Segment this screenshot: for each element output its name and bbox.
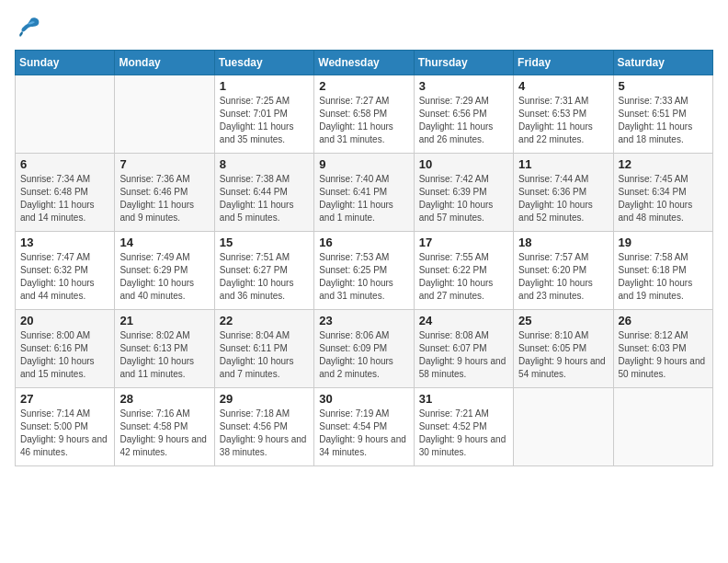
cell-sun-info: Sunrise: 7:51 AM Sunset: 6:27 PM Dayligh… [220,251,309,303]
day-number: 24 [419,314,508,327]
day-number: 7 [119,157,209,171]
cell-sun-info: Sunrise: 7:40 AM Sunset: 6:41 PM Dayligh… [319,173,408,224]
calendar-cell: 14Sunrise: 7:49 AM Sunset: 6:29 PM Dayli… [115,232,214,310]
calendar-cell: 10Sunrise: 7:42 AM Sunset: 6:39 PM Dayli… [414,154,513,232]
cell-sun-info: Sunrise: 7:18 AM Sunset: 4:56 PM Dayligh… [220,408,309,459]
calendar-week-row: 1Sunrise: 7:25 AM Sunset: 7:01 PM Daylig… [16,75,713,154]
logo [15,15,46,40]
day-number: 14 [119,236,209,249]
calendar-cell: 11Sunrise: 7:44 AM Sunset: 6:36 PM Dayli… [514,154,613,232]
calendar-cell: 19Sunrise: 7:58 AM Sunset: 6:18 PM Dayli… [613,232,712,310]
cell-sun-info: Sunrise: 7:44 AM Sunset: 6:36 PM Dayligh… [518,173,608,224]
calendar-cell: 12Sunrise: 7:45 AM Sunset: 6:34 PM Dayli… [613,154,712,232]
day-number: 6 [20,157,109,171]
cell-sun-info: Sunrise: 7:25 AM Sunset: 7:01 PM Dayligh… [220,95,309,146]
calendar-cell: 9Sunrise: 7:40 AM Sunset: 6:41 PM Daylig… [314,154,414,232]
cell-sun-info: Sunrise: 8:04 AM Sunset: 6:11 PM Dayligh… [220,329,309,381]
calendar-cell: 2Sunrise: 7:27 AM Sunset: 6:58 PM Daylig… [314,75,414,154]
calendar-cell: 13Sunrise: 7:47 AM Sunset: 6:32 PM Dayli… [16,232,115,310]
calendar-cell: 31Sunrise: 7:21 AM Sunset: 4:52 PM Dayli… [414,388,513,466]
cell-sun-info: Sunrise: 8:06 AM Sunset: 6:09 PM Dayligh… [319,329,408,381]
day-number: 8 [220,157,309,171]
cell-sun-info: Sunrise: 7:38 AM Sunset: 6:44 PM Dayligh… [220,173,309,224]
cell-sun-info: Sunrise: 7:49 AM Sunset: 6:29 PM Dayligh… [119,251,209,303]
day-number: 27 [20,392,109,406]
column-header-monday: Monday [115,51,214,75]
cell-sun-info: Sunrise: 7:55 AM Sunset: 6:22 PM Dayligh… [419,251,508,303]
calendar-week-row: 20Sunrise: 8:00 AM Sunset: 6:16 PM Dayli… [16,310,713,388]
calendar-cell: 18Sunrise: 7:57 AM Sunset: 6:20 PM Dayli… [514,232,613,310]
cell-sun-info: Sunrise: 8:12 AM Sunset: 6:03 PM Dayligh… [619,329,708,381]
cell-sun-info: Sunrise: 7:58 AM Sunset: 6:18 PM Dayligh… [619,251,708,303]
cell-sun-info: Sunrise: 7:42 AM Sunset: 6:39 PM Dayligh… [419,173,508,224]
calendar-cell: 3Sunrise: 7:29 AM Sunset: 6:56 PM Daylig… [414,75,513,154]
day-number: 20 [20,314,109,327]
calendar-body: 1Sunrise: 7:25 AM Sunset: 7:01 PM Daylig… [16,75,713,466]
day-number: 23 [319,314,408,327]
day-number: 16 [319,236,408,249]
calendar-cell: 7Sunrise: 7:36 AM Sunset: 6:46 PM Daylig… [115,154,214,232]
cell-sun-info: Sunrise: 7:57 AM Sunset: 6:20 PM Dayligh… [518,251,608,303]
day-number: 25 [518,314,608,327]
cell-sun-info: Sunrise: 8:00 AM Sunset: 6:16 PM Dayligh… [20,329,109,381]
calendar-header-row: SundayMondayTuesdayWednesdayThursdayFrid… [16,51,713,75]
day-number: 21 [119,314,209,327]
calendar-week-row: 13Sunrise: 7:47 AM Sunset: 6:32 PM Dayli… [16,232,713,310]
cell-sun-info: Sunrise: 8:08 AM Sunset: 6:07 PM Dayligh… [419,329,508,381]
cell-sun-info: Sunrise: 7:45 AM Sunset: 6:34 PM Dayligh… [619,173,708,224]
calendar-cell: 4Sunrise: 7:31 AM Sunset: 6:53 PM Daylig… [514,75,613,154]
day-number: 22 [220,314,309,327]
calendar-week-row: 27Sunrise: 7:14 AM Sunset: 5:00 PM Dayli… [16,388,713,466]
calendar-cell: 22Sunrise: 8:04 AM Sunset: 6:11 PM Dayli… [214,310,313,388]
day-number: 10 [419,157,508,171]
calendar-week-row: 6Sunrise: 7:34 AM Sunset: 6:48 PM Daylig… [16,154,713,232]
day-number: 2 [319,79,408,93]
column-header-wednesday: Wednesday [314,51,414,75]
calendar-cell: 5Sunrise: 7:33 AM Sunset: 6:51 PM Daylig… [613,75,712,154]
day-number: 17 [419,236,508,249]
day-number: 9 [319,157,408,171]
cell-sun-info: Sunrise: 7:29 AM Sunset: 6:56 PM Dayligh… [419,95,508,146]
cell-sun-info: Sunrise: 7:31 AM Sunset: 6:53 PM Dayligh… [518,95,608,146]
calendar-cell: 25Sunrise: 8:10 AM Sunset: 6:05 PM Dayli… [514,310,613,388]
day-number: 31 [419,392,508,406]
calendar-cell [613,388,712,466]
calendar-cell: 8Sunrise: 7:38 AM Sunset: 6:44 PM Daylig… [214,154,313,232]
cell-sun-info: Sunrise: 7:21 AM Sunset: 4:52 PM Dayligh… [419,408,508,459]
day-number: 11 [518,157,608,171]
column-header-friday: Friday [514,51,613,75]
day-number: 1 [220,79,309,93]
calendar-cell: 28Sunrise: 7:16 AM Sunset: 4:58 PM Dayli… [115,388,214,466]
calendar-cell [16,75,115,154]
column-header-tuesday: Tuesday [214,51,313,75]
calendar-cell: 21Sunrise: 8:02 AM Sunset: 6:13 PM Dayli… [115,310,214,388]
day-number: 15 [220,236,309,249]
day-number: 4 [518,79,608,93]
day-number: 29 [220,392,309,406]
day-number: 30 [319,392,408,406]
calendar-cell: 1Sunrise: 7:25 AM Sunset: 7:01 PM Daylig… [214,75,313,154]
calendar-cell: 29Sunrise: 7:18 AM Sunset: 4:56 PM Dayli… [214,388,313,466]
cell-sun-info: Sunrise: 7:14 AM Sunset: 5:00 PM Dayligh… [20,408,109,459]
day-number: 19 [619,236,708,249]
calendar-cell: 6Sunrise: 7:34 AM Sunset: 6:48 PM Daylig… [16,154,115,232]
column-header-saturday: Saturday [613,51,712,75]
calendar-cell: 16Sunrise: 7:53 AM Sunset: 6:25 PM Dayli… [314,232,414,310]
day-number: 28 [119,392,209,406]
calendar-cell: 26Sunrise: 8:12 AM Sunset: 6:03 PM Dayli… [613,310,712,388]
day-number: 5 [619,79,708,93]
calendar-cell: 15Sunrise: 7:51 AM Sunset: 6:27 PM Dayli… [214,232,313,310]
calendar-cell: 20Sunrise: 8:00 AM Sunset: 6:16 PM Dayli… [16,310,115,388]
cell-sun-info: Sunrise: 7:53 AM Sunset: 6:25 PM Dayligh… [319,251,408,303]
day-number: 3 [419,79,508,93]
cell-sun-info: Sunrise: 8:02 AM Sunset: 6:13 PM Dayligh… [119,329,209,381]
logo-bird-icon [15,15,42,40]
day-number: 26 [619,314,708,327]
cell-sun-info: Sunrise: 7:36 AM Sunset: 6:46 PM Dayligh… [119,173,209,224]
cell-sun-info: Sunrise: 7:27 AM Sunset: 6:58 PM Dayligh… [319,95,408,146]
calendar-cell: 30Sunrise: 7:19 AM Sunset: 4:54 PM Dayli… [314,388,414,466]
page-header [15,15,713,40]
calendar-cell: 27Sunrise: 7:14 AM Sunset: 5:00 PM Dayli… [16,388,115,466]
cell-sun-info: Sunrise: 7:19 AM Sunset: 4:54 PM Dayligh… [319,408,408,459]
day-number: 12 [619,157,708,171]
